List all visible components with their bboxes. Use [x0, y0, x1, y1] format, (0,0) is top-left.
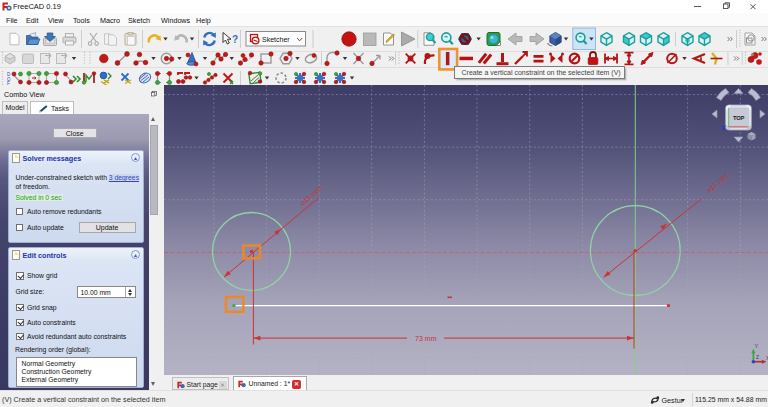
- svg-text:Y: Y: [754, 343, 758, 349]
- svg-text:73 mm: 73 mm: [415, 335, 437, 342]
- svg-text:Sketcher: Sketcher: [262, 36, 290, 43]
- svg-text:⌀17 mm: ⌀17 mm: [705, 172, 729, 194]
- svg-text:⌀15 mm: ⌀15 mm: [299, 185, 323, 207]
- svg-text:TOP: TOP: [733, 115, 744, 121]
- svg-text:Z: Z: [756, 354, 759, 360]
- svg-text:?: ?: [232, 34, 238, 45]
